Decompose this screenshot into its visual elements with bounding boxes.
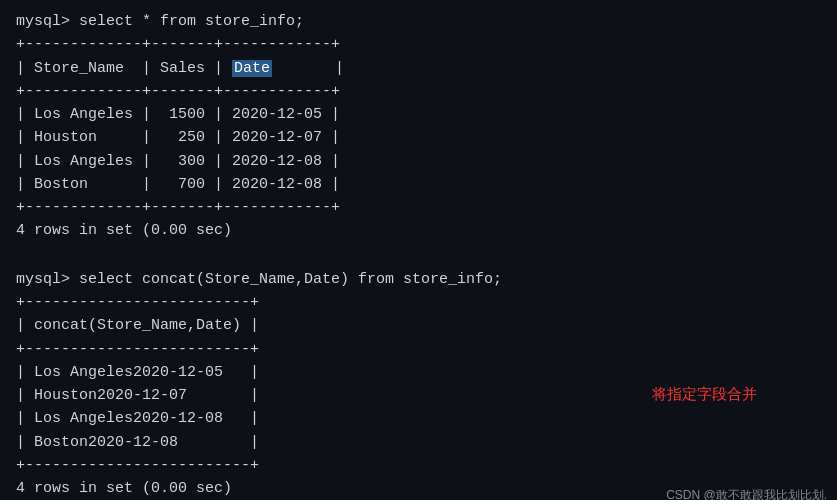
query2-header: | concat(Store_Name,Date) | [16,314,821,337]
query2-border-mid: +-------------------------+ [16,338,821,361]
blank-line [16,245,821,268]
date-header-highlight: Date [232,60,272,77]
query1-row2: | Houston | 250 | 2020-12-07 | [16,126,821,149]
annotation-text: 将指定字段合并 [652,385,757,404]
query2-prompt: mysql> select concat(Store_Name,Date) fr… [16,268,821,291]
terminal-window: mysql> select * from store_info; +------… [0,0,837,500]
query1-result: 4 rows in set (0.00 sec) [16,219,821,242]
query1-row1: | Los Angeles | 1500 | 2020-12-05 | [16,103,821,126]
query2-section: mysql> select concat(Store_Name,Date) fr… [16,268,821,500]
query2-row3: | Los Angeles2020-12-08 | [16,407,821,430]
query2-row4: | Boston2020-12-08 | [16,431,821,454]
query1-row4: | Boston | 700 | 2020-12-08 | [16,173,821,196]
query1-header: | Store_Name | Sales | Date | [16,57,821,80]
query1-border-top: +-------------+-------+------------+ [16,33,821,56]
query1-border-mid: +-------------+-------+------------+ [16,80,821,103]
query1-border-bottom: +-------------+-------+------------+ [16,196,821,219]
query2-border-bottom: +-------------------------+ [16,454,821,477]
query1-prompt: mysql> select * from store_info; [16,10,821,33]
watermark: CSDN @敢不敢跟我比划比划. [666,487,827,500]
query2-row1: | Los Angeles2020-12-05 | [16,361,821,384]
query1-row3: | Los Angeles | 300 | 2020-12-08 | [16,150,821,173]
query1-section: mysql> select * from store_info; +------… [16,10,821,243]
query2-border-top: +-------------------------+ [16,291,821,314]
